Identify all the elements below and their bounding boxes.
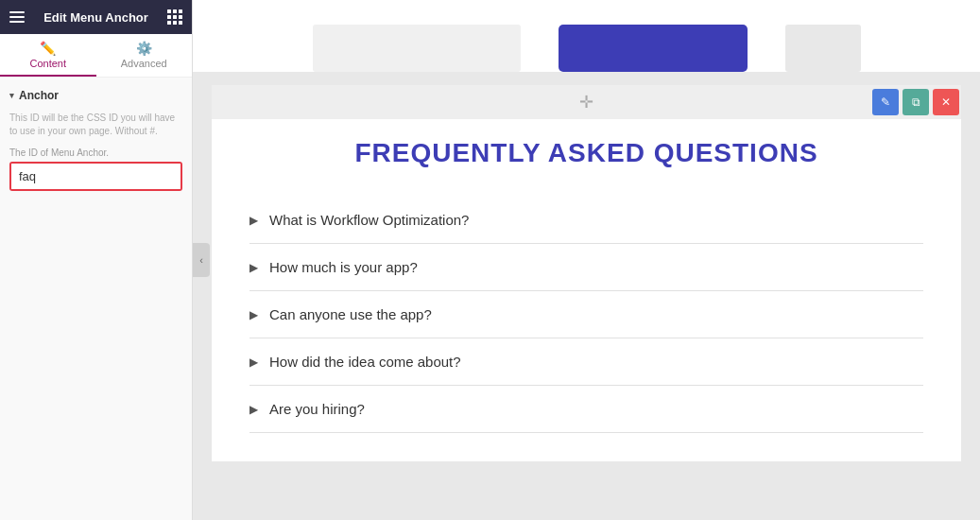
main-area: ✛ ✎ ⧉ ✕ FREQUENTLY ASKED QUESTIONS [193, 0, 980, 520]
tab-advanced[interactable]: ⚙️ Advanced [96, 34, 193, 77]
chevron-icon: ▾ [9, 91, 14, 100]
faq-question-1: How much is your app? [269, 259, 418, 275]
edit-icon: ✎ [881, 95, 890, 109]
sidebar: Edit Menu Anchor ✏️ Content ⚙️ Advanced … [0, 0, 193, 520]
delete-icon: ✕ [941, 95, 951, 109]
top-placeholder-left [313, 25, 521, 72]
faq-question-4: Are you hiring? [269, 401, 365, 417]
anchor-heading: Anchor [19, 89, 59, 102]
sidebar-title: Edit Menu Anchor [43, 10, 148, 25]
faq-question-2: Can anyone use the app? [269, 306, 432, 322]
faq-item-1: ▶ How much is your app? [249, 244, 923, 291]
faq-arrow-0: ▶ [249, 214, 258, 227]
copy-icon: ⧉ [912, 95, 920, 109]
faq-item-0: ▶ What is Workflow Optimization? [249, 197, 923, 244]
faq-question-0: What is Workflow Optimization? [269, 212, 469, 228]
faq-section: ✛ ✎ ⧉ ✕ FREQUENTLY ASKED QUESTIONS [212, 85, 961, 461]
faq-action-buttons: ✎ ⧉ ✕ [870, 85, 961, 119]
advanced-tab-label: Advanced [121, 58, 167, 69]
top-blue-button [559, 25, 748, 72]
faq-question-3: How did the idea come about? [269, 354, 461, 370]
faq-section-wrapper: ✛ ✎ ⧉ ✕ FREQUENTLY ASKED QUESTIONS [193, 76, 980, 480]
anchor-id-input[interactable] [11, 164, 181, 189]
faq-delete-button[interactable]: ✕ [933, 89, 959, 115]
faq-arrow-3: ▶ [249, 355, 258, 369]
faq-arrow-4: ▶ [249, 403, 258, 416]
faq-content: FREQUENTLY ASKED QUESTIONS ▶ What is Wor… [212, 119, 961, 461]
faq-item-4: ▶ Are you hiring? [249, 386, 923, 433]
faq-arrow-1: ▶ [249, 261, 258, 274]
faq-copy-button[interactable]: ⧉ [903, 89, 929, 115]
faq-title: FREQUENTLY ASKED QUESTIONS [249, 138, 923, 168]
anchor-hint: This ID will be the CSS ID you will have… [9, 112, 182, 138]
sidebar-content: ▾ Anchor This ID will be the CSS ID you … [0, 78, 192, 520]
faq-item-2: ▶ Can anyone use the app? [249, 291, 923, 338]
collapse-icon: ‹ [199, 254, 203, 266]
top-section [193, 0, 980, 76]
faq-item-3: ▶ How did the idea come about? [249, 338, 923, 386]
content-tab-icon: ✏️ [40, 42, 56, 55]
drag-icon: ✛ [579, 92, 593, 113]
collapse-handle[interactable]: ‹ [193, 243, 210, 277]
faq-edit-button[interactable]: ✎ [872, 89, 899, 115]
anchor-field-wrapper [9, 162, 182, 191]
faq-arrow-2: ▶ [249, 308, 258, 321]
hamburger-icon[interactable] [9, 11, 25, 23]
sidebar-tabs: ✏️ Content ⚙️ Advanced [0, 34, 192, 78]
faq-drag-handle[interactable]: ✛ ✎ ⧉ ✕ [212, 85, 961, 119]
anchor-section-title: ▾ Anchor [9, 89, 182, 102]
sidebar-header: Edit Menu Anchor [0, 0, 192, 34]
content-tab-label: Content [29, 58, 66, 69]
top-placeholder-right [785, 25, 861, 72]
tab-content[interactable]: ✏️ Content [0, 34, 96, 77]
grid-icon[interactable] [167, 9, 182, 25]
advanced-tab-icon: ⚙️ [136, 42, 152, 55]
anchor-field-label: The ID of Menu Anchor. [9, 147, 182, 158]
